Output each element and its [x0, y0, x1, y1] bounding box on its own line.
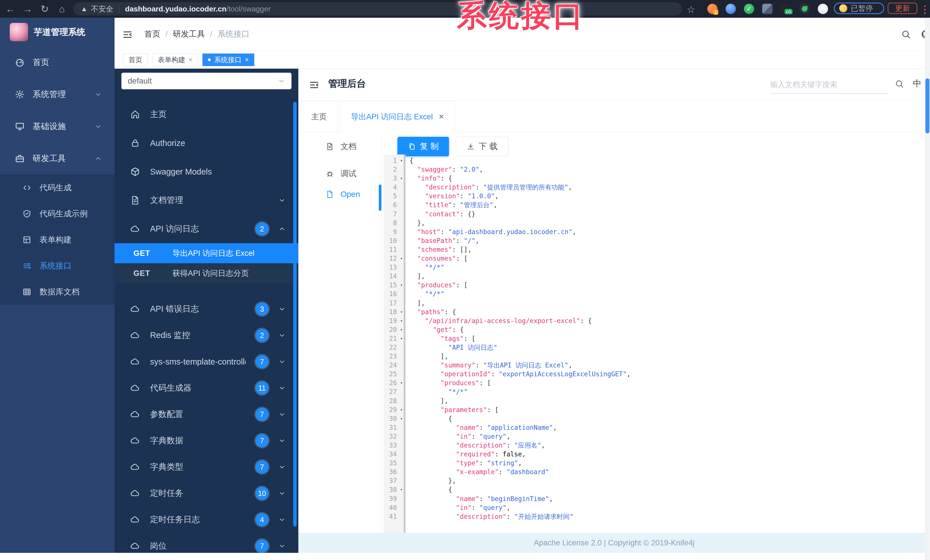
fold-arrow-icon[interactable]: ▾	[398, 316, 405, 325]
code-editor[interactable]: 1▾{2 "swagger": "2.0",3▾ "info": {4 "des…	[384, 156, 922, 521]
swagger-item-文档管理[interactable]: 文档管理	[114, 186, 298, 215]
code-line: 33 "description": "应用名",	[384, 441, 922, 450]
code-text: "summary": "导出API 访问日志 Excel",	[405, 361, 572, 370]
doc-collapse-icon[interactable]	[309, 80, 320, 91]
fold-arrow-icon[interactable]: ▾	[398, 485, 405, 494]
api-endpoint-row[interactable]: GET获得API 访问日志分页	[114, 263, 298, 283]
fold-arrow-icon	[398, 397, 405, 405]
swagger-item-Swagger Models[interactable]: Swagger Models	[114, 157, 298, 186]
breadcrumb-item[interactable]: 研发工具	[173, 29, 205, 40]
swagger-group-岗位[interactable]: 岗位7	[114, 533, 298, 553]
close-icon[interactable]: ×	[189, 56, 192, 63]
api-endpoint-row[interactable]: GET导出API 访问日志 Excel	[114, 243, 298, 263]
sidebar-subitem-数据库文档[interactable]: 数据库文档	[0, 279, 114, 305]
extension-icon-2[interactable]	[725, 4, 736, 14]
address-bar[interactable]: ▲ 不安全 dashboard.yudao.iocoder.cn/tool/sw…	[73, 2, 682, 15]
doc-tab-导出API 访问日志 Excel[interactable]: 导出API 访问日志 Excel✕	[340, 101, 455, 132]
sidebar-subitem-代码生成[interactable]: 代码生成	[0, 175, 114, 201]
line-number: 5	[384, 192, 398, 201]
line-number: 19	[384, 316, 398, 325]
line-number: 31	[384, 423, 398, 432]
page-scrollbar-thumb[interactable]	[925, 78, 929, 133]
close-icon[interactable]: ×	[245, 56, 249, 63]
search-icon[interactable]	[895, 79, 904, 89]
browser-menu-icon[interactable]: ⋮	[920, 3, 930, 15]
line-number: 8	[384, 219, 398, 227]
browser-back-icon[interactable]: ←	[2, 0, 18, 18]
breadcrumb-item[interactable]: 首页	[144, 29, 160, 40]
fold-arrow-icon[interactable]: ▾	[398, 325, 405, 334]
menu-collapse-icon[interactable]	[122, 29, 133, 40]
extension-icon-paw[interactable]	[818, 4, 828, 14]
fold-arrow-icon[interactable]: ▾	[398, 405, 405, 414]
sidebar-subitem-label: 代码生成示例	[40, 208, 88, 219]
tag-首页[interactable]: 首页	[123, 54, 148, 66]
browser-home-icon[interactable]: ⌂	[54, 0, 70, 18]
swagger-group-字典类型[interactable]: 字典类型7	[114, 454, 298, 480]
chevron-down-icon	[278, 305, 286, 313]
doc-search-input[interactable]: 输入文档关键字搜索	[770, 75, 889, 94]
sidebar-item-基础设施[interactable]: 基础设施	[0, 110, 114, 143]
fold-arrow-icon	[398, 432, 405, 441]
code-line: 22 "API 访问日志"	[384, 343, 922, 352]
swagger-group-sys-sms-template-controller[interactable]: sys-sms-template-controller7	[114, 348, 298, 375]
fold-arrow-icon[interactable]: ▾	[398, 414, 405, 423]
bookmark-star-icon[interactable]: ☆	[687, 4, 695, 15]
swagger-item-主页[interactable]: 主页	[114, 100, 298, 129]
side-tab-文档[interactable]: 文档	[326, 141, 356, 152]
swagger-group-定时任务日志[interactable]: 定时任务日志4	[114, 506, 298, 533]
group-select[interactable]: default	[122, 73, 291, 89]
fold-arrow-icon[interactable]: ▾	[398, 156, 405, 165]
extension-icon-3[interactable]: ✓	[744, 4, 754, 14]
fold-arrow-icon[interactable]: ▾	[398, 281, 405, 290]
sidebar-item-系统管理[interactable]: 系统管理	[0, 78, 114, 110]
tag-表单构建[interactable]: 表单构建×	[152, 54, 198, 66]
header-search-icon[interactable]	[901, 29, 911, 40]
tag-label: 首页	[129, 55, 142, 64]
browser-forward-icon[interactable]: →	[20, 0, 35, 18]
swagger-group-定时任务[interactable]: 定时任务10	[114, 480, 298, 506]
breadcrumb-item[interactable]: 系统接口	[218, 29, 250, 40]
update-button[interactable]: 更新	[888, 3, 918, 14]
swagger-group-参数配置[interactable]: 参数配置7	[114, 401, 298, 428]
swagger-group-API 错误日志[interactable]: API 错误日志3	[114, 296, 298, 322]
download-button[interactable]: 下 载	[456, 137, 508, 156]
fold-arrow-icon[interactable]: ▾	[398, 334, 405, 343]
sidebar-subitem-表单构建[interactable]: 表单构建	[0, 227, 114, 253]
swagger-group-字典数据[interactable]: 字典数据7	[114, 428, 298, 454]
side-tab-调试[interactable]: 调试	[326, 168, 356, 179]
swagger-group-label: Redis 监控	[150, 330, 246, 341]
sidebar-subitem-系统接口[interactable]: 系统接口	[0, 253, 114, 279]
language-toggle[interactable]: 中	[913, 78, 921, 90]
tag-系统接口[interactable]: 系统接口×	[202, 54, 254, 66]
copy-button[interactable]: 复 制	[397, 137, 449, 156]
url-path: /tool/swagger	[226, 5, 271, 14]
fold-arrow-icon	[398, 263, 405, 272]
doc-tab-主页[interactable]: 主页	[301, 101, 337, 132]
swagger-item-Authorize[interactable]: Authorize	[114, 129, 298, 157]
sidebar-subitem-代码生成示例[interactable]: 代码生成示例	[0, 201, 114, 227]
logo-row[interactable]: 芋道管理系统	[0, 18, 114, 46]
fold-arrow-icon[interactable]: ▾	[398, 308, 405, 316]
page-scrollbar[interactable]	[925, 18, 930, 560]
swagger-scrollbar[interactable]	[293, 102, 297, 526]
side-tab-Open[interactable]: Open	[326, 190, 360, 199]
swagger-group-代码生成器[interactable]: 代码生成器11	[114, 375, 298, 401]
fold-arrow-icon[interactable]: ▾	[398, 174, 405, 183]
sidebar-item-首页[interactable]: 首页	[0, 46, 114, 78]
close-icon[interactable]: ✕	[439, 113, 444, 121]
fold-arrow-icon[interactable]: ▾	[398, 379, 405, 387]
fold-arrow-icon[interactable]: ▾	[398, 254, 405, 263]
paused-extension-pill[interactable]: 已暂停	[834, 3, 884, 14]
swagger-group-Redis 监控[interactable]: Redis 监控2	[114, 322, 298, 348]
swagger-item-API 访问日志[interactable]: API 访问日志2	[114, 215, 298, 243]
browser-reload-icon[interactable]: ↻	[37, 0, 53, 18]
chevron-down-icon	[94, 123, 102, 130]
swagger-doc-icon	[130, 195, 140, 206]
extension-icon-6[interactable]	[799, 4, 810, 14]
sidebar-item-研发工具[interactable]: 研发工具	[0, 143, 114, 175]
extension-icon-5[interactable]: cn	[781, 4, 791, 14]
extension-icon-1[interactable]: 1	[707, 4, 718, 14]
extension-icon-4[interactable]	[762, 4, 773, 14]
code-line: 41 "description": "开始开始请求时间"	[384, 512, 922, 521]
